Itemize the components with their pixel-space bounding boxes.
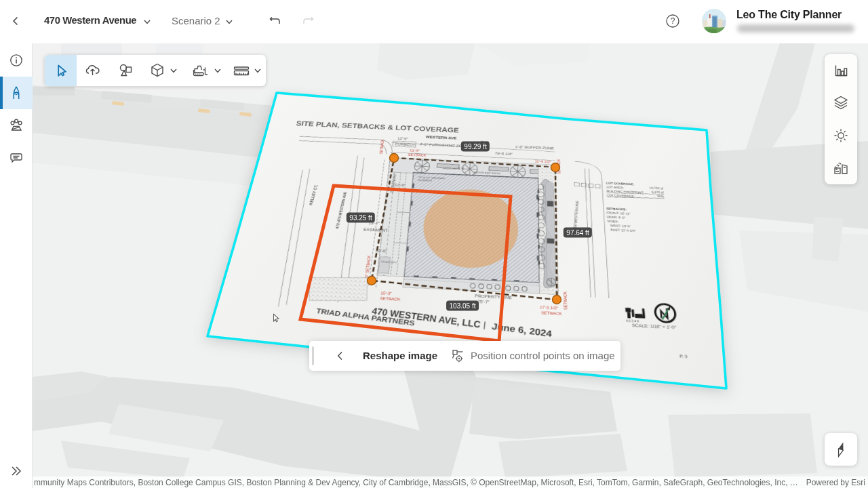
svg-text:?: ? (671, 16, 675, 26)
